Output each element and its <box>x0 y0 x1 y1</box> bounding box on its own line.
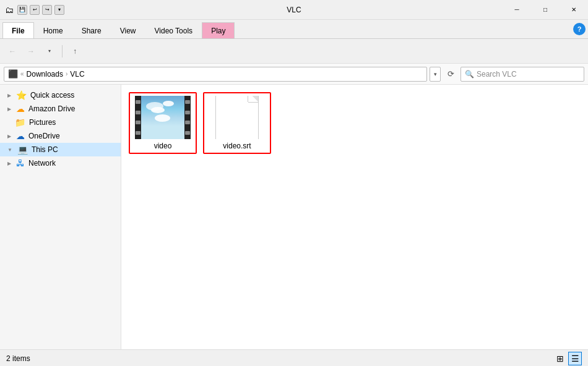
srt-fold-line <box>248 102 258 103</box>
sidebar-label-amazon-drive: Amazon Drive <box>28 104 75 113</box>
close-button[interactable]: ✕ <box>560 0 588 20</box>
status-item-count: 2 items <box>6 354 30 363</box>
main-layout: ▶ ⭐ Quick access ▶ ☁ Amazon Drive 📁 Pict… <box>0 85 588 349</box>
tab-play[interactable]: Play <box>202 22 235 38</box>
expand-icon: ▶ <box>7 106 11 112</box>
content-area: video video.srt <box>121 85 588 349</box>
redo-btn[interactable]: ↪ <box>42 5 52 15</box>
film-hole <box>185 100 190 104</box>
address-dropdown[interactable]: ▾ <box>430 67 441 82</box>
sidebar-label-onedrive: OneDrive <box>28 132 60 140</box>
onedrive-icon: ☁ <box>16 131 25 141</box>
title-bar-left: 🗂 💾 ↩ ↪ ▾ <box>5 5 64 15</box>
address-path[interactable]: ⬛ « Downloads › VLC <box>4 67 427 82</box>
sidebar-item-pictures[interactable]: 📁 Pictures <box>0 116 121 129</box>
film-hole <box>185 121 190 124</box>
srt-file-icon <box>215 96 259 139</box>
quick-access-icon: ⭐ <box>16 90 27 100</box>
quick-save-btn[interactable]: 💾 <box>17 5 27 15</box>
search-icon: 🔍 <box>465 70 474 79</box>
cloud-4 <box>155 114 170 122</box>
tab-video-tools[interactable]: Video Tools <box>145 22 202 38</box>
file-item-video[interactable]: video <box>129 92 197 154</box>
refresh-button[interactable]: ⟳ <box>443 67 458 82</box>
search-placeholder: Search VLC <box>477 70 517 79</box>
srt-fold <box>248 96 258 102</box>
sidebar-item-network[interactable]: ▶ 🖧 Network <box>0 156 121 170</box>
app-title: VLC <box>287 6 301 14</box>
expand-icon: ▶ <box>7 93 11 98</box>
film-strip-right <box>184 96 191 139</box>
maximize-button[interactable]: □ <box>531 0 560 20</box>
status-bar: 2 items ⊞ ☰ <box>0 349 588 366</box>
ribbon-tab-bar: File Home Share View Video Tools Play ? <box>0 20 588 38</box>
sidebar-item-this-pc[interactable]: ▼ 💻 This PC <box>0 143 121 156</box>
expand-icon: ▶ <box>7 134 11 139</box>
view-toggle-buttons: ⊞ ☰ <box>553 352 582 365</box>
sidebar-item-onedrive[interactable]: ▶ ☁ OneDrive <box>0 129 121 143</box>
window-controls: ─ □ ✕ <box>503 0 588 20</box>
sidebar-item-amazon-drive[interactable]: ▶ ☁ Amazon Drive <box>0 102 121 116</box>
large-icons-view-button[interactable]: ⊞ <box>553 352 567 365</box>
path-separator-2: › <box>66 70 67 77</box>
file-label-srt: video.srt <box>223 142 251 150</box>
film-hole <box>185 111 190 114</box>
tab-share[interactable]: Share <box>72 22 111 38</box>
details-view-button[interactable]: ☰ <box>568 352 582 365</box>
back-button[interactable]: ← <box>4 43 21 60</box>
path-vlc[interactable]: VLC <box>70 70 84 79</box>
sidebar-label-quick-access: Quick access <box>30 91 74 100</box>
help-button[interactable]: ? <box>573 23 586 35</box>
film-hole <box>136 111 141 114</box>
sidebar-label-pictures: Pictures <box>29 118 56 127</box>
pictures-icon: 📁 <box>15 117 25 127</box>
film-hole <box>136 121 141 124</box>
this-pc-icon: 💻 <box>17 145 28 155</box>
film-hole <box>136 100 141 104</box>
search-box[interactable]: 🔍 Search VLC <box>460 67 584 82</box>
address-bar: ⬛ « Downloads › VLC ▾ ⟳ 🔍 Search VLC <box>0 64 588 85</box>
undo-btn[interactable]: ↩ <box>30 5 40 15</box>
video-thumb-bg <box>135 96 191 139</box>
amazon-drive-icon: ☁ <box>16 104 25 114</box>
tab-home[interactable]: Home <box>34 22 72 38</box>
up-button[interactable]: ↑ <box>66 43 84 60</box>
sidebar-label-network: Network <box>28 159 56 168</box>
file-label-video: video <box>154 142 172 150</box>
forward-button[interactable]: → <box>22 43 40 60</box>
sky-scene <box>141 96 184 139</box>
toolbar: ← → ▾ ↑ <box>0 39 588 64</box>
sidebar-label-this-pc: This PC <box>32 145 58 154</box>
video-thumbnail <box>135 96 191 139</box>
film-strip-left <box>135 96 141 139</box>
srt-fold-line2 <box>248 96 248 102</box>
title-bar: 🗂 💾 ↩ ↪ ▾ VLC ─ □ ✕ <box>0 0 588 20</box>
ribbon: File Home Share View Video Tools Play ? <box>0 20 588 39</box>
path-separator-1: « <box>20 70 24 77</box>
tab-view[interactable]: View <box>111 22 145 38</box>
network-icon: 🖧 <box>16 158 25 168</box>
app-icon: 🗂 <box>5 5 14 15</box>
customize-btn[interactable]: ▾ <box>54 5 64 15</box>
tab-file[interactable]: File <box>2 22 34 38</box>
cloud-2 <box>151 107 165 113</box>
srt-thumbnail <box>209 96 265 139</box>
film-hole <box>136 131 141 135</box>
toolbar-separator <box>62 45 63 57</box>
quick-save-buttons: 💾 ↩ ↪ ▾ <box>17 5 64 15</box>
cloud-3 <box>163 101 174 106</box>
file-item-srt[interactable]: video.srt <box>203 92 271 154</box>
minimize-button[interactable]: ─ <box>503 0 531 20</box>
expand-icon: ▼ <box>7 147 12 153</box>
sidebar: ▶ ⭐ Quick access ▶ ☁ Amazon Drive 📁 Pict… <box>0 85 121 349</box>
recent-locations-button[interactable]: ▾ <box>41 43 58 60</box>
film-hole <box>185 131 190 135</box>
expand-icon: ▶ <box>7 161 11 166</box>
sidebar-item-quick-access[interactable]: ▶ ⭐ Quick access <box>0 88 121 102</box>
path-downloads[interactable]: Downloads <box>27 70 63 79</box>
